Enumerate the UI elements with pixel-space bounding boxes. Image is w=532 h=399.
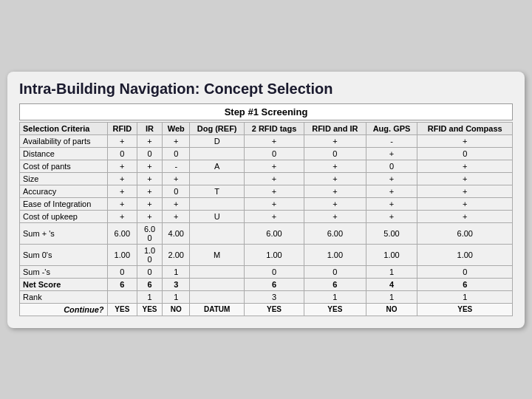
continue-value: YES [107,303,137,316]
net-score-value [190,278,244,290]
continue-value: NO [163,303,190,316]
continue-label: Continue? [20,303,108,316]
rank-value [107,290,137,303]
value-cell: + [107,210,137,222]
value-cell: U [190,210,244,222]
sum-minus-value: 0 [417,265,513,278]
rank-label: Rank [20,290,108,303]
value-cell: 0 [163,185,190,197]
step-label: Step #1 Screening [19,103,513,120]
sum-minus-value: 1 [366,265,417,278]
sum-plus-value: 5.00 [366,222,417,244]
col-header-criteria: Selection Criteria [20,122,108,134]
criteria-cell: Accuracy [20,185,108,197]
col-header-rfid-ir: RFID and IR [304,122,366,134]
sum-plus-label: Sum + 's [20,222,108,244]
table-row: Cost of pants++-A++0+ [20,160,513,172]
value-cell: + [107,160,137,172]
value-cell [190,147,244,160]
net-score-value: 6 [107,278,137,290]
sum-plus-value: 6.00 [304,222,366,244]
criteria-cell: Ease of Integration [20,197,108,210]
sum-plus-value: 4.00 [163,222,190,244]
value-cell: T [190,185,244,197]
page-title: Intra-Building Navigation: Concept Selec… [19,81,513,98]
sum-minus-value: 0 [244,265,304,278]
sum-minus-value: 1 [163,265,190,278]
value-cell: + [244,185,304,197]
value-cell: + [107,134,137,147]
rank-value: 1 [163,290,190,303]
value-cell: + [244,210,304,222]
value-cell: + [417,197,513,210]
main-card: Intra-Building Navigation: Concept Selec… [7,72,525,328]
value-cell: + [366,197,417,210]
net-score-row: Net Score6636646 [20,278,513,290]
sum-plus-value: 6.00 [137,222,163,244]
value-cell: + [366,185,417,197]
value-cell: + [137,160,163,172]
value-cell: + [366,172,417,185]
value-cell: + [244,160,304,172]
continue-value: YES [137,303,163,316]
value-cell: + [417,134,513,147]
value-cell: 0 [163,147,190,160]
sum-zero-value: 1.00 [417,244,513,265]
net-score-label: Net Score [20,278,108,290]
value-cell: 0 [244,147,304,160]
table-row: Size+++++++ [20,172,513,185]
rank-value: 1 [137,290,163,303]
value-cell [190,172,244,185]
value-cell: + [244,134,304,147]
net-score-value: 6 [304,278,366,290]
net-score-value: 6 [244,278,304,290]
sum-minus-label: Sum -'s [20,265,108,278]
sum-minus-value: 0 [107,265,137,278]
sum-plus-row: Sum + 's6.006.004.006.006.005.006.00 [20,222,513,244]
net-score-value: 6 [137,278,163,290]
value-cell: + [244,197,304,210]
col-header-dog: Dog (REF) [190,122,244,134]
value-cell: 0 [417,147,513,160]
rank-value: 1 [417,290,513,303]
continue-value: DATUM [190,303,244,316]
sum-plus-value [190,222,244,244]
value-cell: + [137,185,163,197]
value-cell: A [190,160,244,172]
criteria-cell: Cost of pants [20,160,108,172]
value-cell: + [137,172,163,185]
rank-value: 3 [244,290,304,303]
col-header-aug-gps: Aug. GPS [366,122,417,134]
net-score-value: 4 [366,278,417,290]
sum-minus-row: Sum -'s0010010 [20,265,513,278]
value-cell: + [417,160,513,172]
value-cell: 0 [366,160,417,172]
value-cell: + [366,147,417,160]
table-row: Ease of Integration+++++++ [20,197,513,210]
value-cell: + [366,210,417,222]
sum-zero-row: Sum 0's1.001.002.00M1.001.001.001.00 [20,244,513,265]
value-cell: + [304,197,366,210]
value-cell: + [304,160,366,172]
sum-minus-value: 0 [304,265,366,278]
sum-zero-value: 1.00 [107,244,137,265]
table-row: Accuracy++0T++++ [20,185,513,197]
criteria-cell: Availability of parts [20,134,108,147]
value-cell: + [107,197,137,210]
continue-value: YES [244,303,304,316]
sum-zero-value: 2.00 [163,244,190,265]
table-row: Availability of parts+++D++-+ [20,134,513,147]
sum-zero-value: 1.00 [137,244,163,265]
rank-value: 1 [304,290,366,303]
sum-plus-value: 6.00 [107,222,137,244]
value-cell: - [366,134,417,147]
table-body: Availability of parts+++D++-+Distance000… [20,134,513,316]
value-cell: + [417,172,513,185]
value-cell: + [137,210,163,222]
criteria-cell: Cost of upkeep [20,210,108,222]
continue-value: YES [417,303,513,316]
value-cell: + [304,172,366,185]
value-cell: + [244,172,304,185]
rank-row: Rank113111 [20,290,513,303]
value-cell: + [163,172,190,185]
